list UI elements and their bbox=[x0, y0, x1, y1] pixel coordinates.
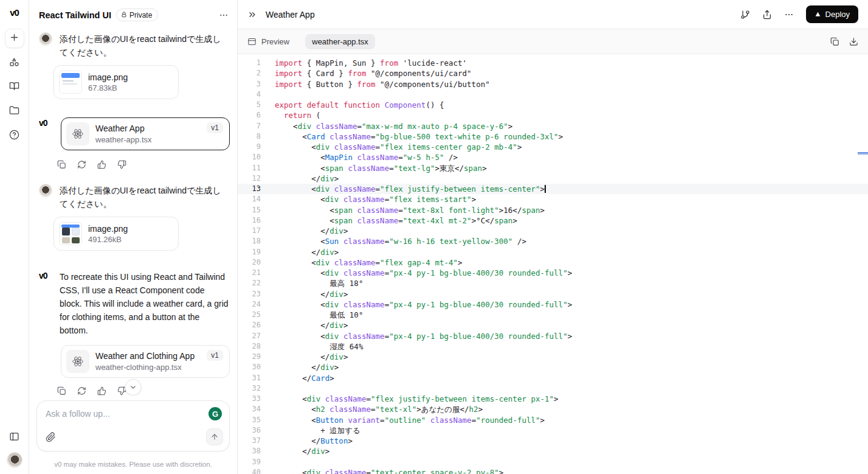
code-text: <span className="text-8xl font-light">16… bbox=[261, 205, 545, 215]
code-line-14[interactable]: 14 <div className="flex items-start"> bbox=[238, 194, 868, 204]
copy-button[interactable] bbox=[57, 386, 66, 396]
assistant-message-2: v0 To recreate this UI using React and T… bbox=[39, 270, 230, 378]
copy-icon bbox=[830, 37, 839, 46]
code-line-18[interactable]: 18 <Sun className="w-16 h-16 text-yellow… bbox=[238, 236, 868, 246]
thumbs-up-button[interactable] bbox=[97, 386, 106, 396]
scroll-to-bottom-button[interactable] bbox=[125, 379, 142, 396]
code-line-36[interactable]: 36 + 追加する bbox=[238, 425, 868, 436]
code-line-27[interactable]: 27 <div className="px-4 py-1 bg-blue-400… bbox=[238, 331, 868, 341]
copy-icon bbox=[57, 386, 66, 396]
attachment-card-2[interactable]: image.png 491.26kB bbox=[53, 217, 179, 251]
v0-avatar: v0 bbox=[39, 270, 52, 378]
code-text: <div className="text-center space-y-2 py… bbox=[261, 467, 503, 474]
code-line-29[interactable]: 29 </div> bbox=[238, 352, 868, 362]
code-text: </div> bbox=[261, 173, 339, 184]
thumbs-up-button[interactable] bbox=[97, 160, 106, 169]
regenerate-button[interactable] bbox=[77, 160, 86, 169]
code-line-13[interactable]: 13 <div className="flex justify-between … bbox=[238, 184, 868, 194]
code-line-5[interactable]: 5export default function Component() { bbox=[238, 100, 868, 110]
code-line-24[interactable]: 24 <div className="px-4 py-1 bg-blue-400… bbox=[238, 299, 868, 310]
generation-card-weather-app[interactable]: Weather App weather-app.tsx v1 bbox=[61, 117, 230, 150]
preview-label: Preview bbox=[261, 37, 289, 46]
code-text: </div> bbox=[261, 289, 348, 299]
line-number: 40 bbox=[238, 467, 261, 474]
scrollbar-cursor-marker[interactable] bbox=[858, 152, 868, 155]
code-line-20[interactable]: 20 <div className="flex gap-4 mt-4"> bbox=[238, 257, 868, 268]
code-line-32[interactable]: 32 bbox=[238, 383, 868, 394]
code-line-35[interactable]: 35 <Button variant="outline" className="… bbox=[238, 415, 868, 425]
attach-file-button[interactable] bbox=[46, 432, 56, 442]
user-avatar bbox=[39, 32, 52, 46]
code-line-6[interactable]: 6 return ( bbox=[238, 110, 868, 120]
chat-title: React Tailwind UI bbox=[39, 10, 111, 20]
code-line-7[interactable]: 7 <div className="max-w-md mx-auto p-4 s… bbox=[238, 121, 868, 131]
code-line-22[interactable]: 22 最高 18° bbox=[238, 278, 868, 288]
code-line-31[interactable]: 31 </Card> bbox=[238, 373, 868, 383]
v0-logo[interactable]: v0 bbox=[10, 7, 19, 18]
code-line-3[interactable]: 3import { Button } from "@/components/ui… bbox=[238, 79, 868, 89]
code-line-4[interactable]: 4 bbox=[238, 89, 868, 100]
community-button[interactable] bbox=[5, 53, 24, 72]
code-line-26[interactable]: 26 </div> bbox=[238, 320, 868, 330]
thumbs-down-button[interactable] bbox=[117, 160, 126, 169]
code-line-1[interactable]: 1import { MapPin, Sun } from 'lucide-rea… bbox=[238, 58, 868, 68]
copy-code-button[interactable] bbox=[830, 37, 839, 46]
code-line-25[interactable]: 25 最低 10° bbox=[238, 310, 868, 320]
new-chat-button[interactable] bbox=[5, 29, 24, 48]
fork-button[interactable] bbox=[740, 10, 750, 19]
code-text: <div className="flex justify-between ite… bbox=[261, 394, 559, 404]
code-line-39[interactable]: 39 bbox=[238, 457, 868, 467]
attachment-card-1[interactable]: image.png 67.83kB bbox=[53, 65, 179, 99]
code-line-34[interactable]: 34 <h2 className="text-xl">あなたの服</h2> bbox=[238, 404, 868, 414]
regenerate-button[interactable] bbox=[77, 386, 86, 396]
chat-menu-button[interactable] bbox=[219, 10, 229, 20]
code-line-21[interactable]: 21 <div className="px-4 py-1 bg-blue-400… bbox=[238, 268, 868, 278]
code-line-11[interactable]: 11 <span className="text-lg">東京</span> bbox=[238, 163, 868, 173]
code-line-8[interactable]: 8 <Card className="bg-blue-500 text-whit… bbox=[238, 131, 868, 142]
message-actions-2 bbox=[57, 386, 237, 396]
code-editor[interactable]: 1import { MapPin, Sun } from 'lucide-rea… bbox=[238, 54, 868, 474]
code-line-23[interactable]: 23 </div> bbox=[238, 289, 868, 299]
user-account-avatar[interactable] bbox=[7, 452, 22, 468]
code-line-17[interactable]: 17 </div> bbox=[238, 226, 868, 236]
code-line-40[interactable]: 40 <div className="text-center space-y-2… bbox=[238, 467, 868, 474]
share-button[interactable] bbox=[762, 10, 772, 19]
code-text: <span className="text-4xl mt-2">°C</span… bbox=[261, 215, 517, 226]
code-line-37[interactable]: 37 </Button> bbox=[238, 436, 868, 446]
line-number: 32 bbox=[238, 383, 261, 394]
code-line-38[interactable]: 38 </div> bbox=[238, 446, 868, 456]
icon-rail: v0 bbox=[0, 0, 29, 474]
paperclip-icon bbox=[46, 432, 56, 442]
projects-button[interactable] bbox=[5, 102, 24, 121]
more-options-button[interactable] bbox=[784, 10, 794, 19]
help-button[interactable] bbox=[5, 126, 24, 145]
code-line-2[interactable]: 2import { Card } from "@/components/ui/c… bbox=[238, 68, 868, 78]
code-line-15[interactable]: 15 <span className="text-8xl font-light"… bbox=[238, 205, 868, 215]
toggle-sidebar-button[interactable] bbox=[5, 428, 24, 447]
code-line-28[interactable]: 28 湿度 64% bbox=[238, 341, 868, 352]
docs-button[interactable] bbox=[5, 77, 24, 97]
generation-card-weather-clothing-app[interactable]: Weather and Clothing App weather-clothin… bbox=[61, 345, 230, 378]
code-line-12[interactable]: 12 </div> bbox=[238, 173, 868, 184]
code-line-19[interactable]: 19 </div> bbox=[238, 247, 868, 257]
code-line-9[interactable]: 9 <div className="flex items-center gap-… bbox=[238, 142, 868, 152]
code-line-33[interactable]: 33 <div className="flex justify-between … bbox=[238, 394, 868, 404]
privacy-badge[interactable]: Private bbox=[116, 9, 158, 21]
download-code-button[interactable] bbox=[849, 37, 858, 46]
composer[interactable]: G bbox=[36, 400, 230, 451]
expand-chat-button[interactable] bbox=[247, 10, 257, 19]
code-line-30[interactable]: 30 </div> bbox=[238, 362, 868, 372]
line-number: 6 bbox=[238, 110, 261, 120]
follow-up-input[interactable] bbox=[46, 409, 191, 419]
tab-weather-app-tsx[interactable]: weather-app.tsx bbox=[305, 34, 375, 49]
deploy-button[interactable]: Deploy bbox=[806, 5, 858, 23]
line-number: 27 bbox=[238, 331, 261, 341]
preview-toggle[interactable]: Preview bbox=[247, 37, 289, 46]
grammarly-icon[interactable]: G bbox=[208, 407, 222, 420]
send-button[interactable] bbox=[206, 428, 223, 445]
user-message-text: 添付した画像のUIをreact tailwindで生成してください。 bbox=[60, 184, 230, 211]
code-text: </Button> bbox=[261, 436, 353, 446]
code-line-10[interactable]: 10 <MapPin className="w-5 h-5" /> bbox=[238, 152, 868, 162]
code-line-16[interactable]: 16 <span className="text-4xl mt-2">°C</s… bbox=[238, 215, 868, 226]
copy-button[interactable] bbox=[57, 160, 66, 169]
